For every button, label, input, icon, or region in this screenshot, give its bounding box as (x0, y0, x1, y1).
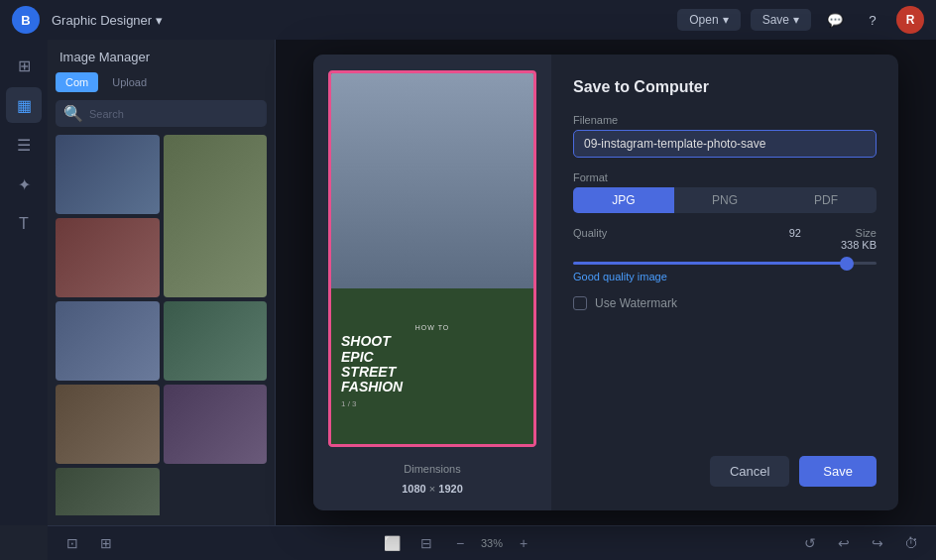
app-title: Graphic Designer ▾ (52, 13, 163, 28)
modal-preview: HOW TO SHOOT EPIC STREET FASHION 1 / 3 (313, 55, 551, 510)
save-button[interactable]: Save ▾ (751, 9, 811, 31)
filename-label: Filename (573, 114, 877, 126)
quality-section: Quality 92 Size 338 KB Good quality imag… (573, 227, 877, 282)
sidebar-item-images[interactable]: ▦ (6, 87, 42, 123)
zoom-out-icon-button[interactable]: − (447, 530, 473, 556)
list-item[interactable] (164, 301, 268, 381)
list-item[interactable] (164, 135, 268, 297)
quality-label: Quality (573, 227, 607, 239)
search-icon: 🔍 (63, 104, 83, 123)
redo-icon-button[interactable]: ↪ (865, 530, 890, 556)
grid-icon-button[interactable]: ⊞ (93, 530, 119, 556)
zoom-level: 33% (481, 537, 503, 549)
quality-size-row: Quality 92 Size 338 KB (573, 227, 877, 251)
watermark-row: Use Watermark (573, 296, 877, 310)
cancel-button[interactable]: Cancel (710, 456, 789, 487)
size-col: Size 338 KB (817, 227, 877, 251)
search-input[interactable] (89, 108, 259, 120)
tab-upload[interactable]: Upload (102, 72, 157, 92)
format-png-button[interactable]: PNG (674, 187, 775, 213)
tab-computer[interactable]: Com (56, 72, 98, 92)
preview-photo-top (331, 73, 533, 295)
preview-card-inner: HOW TO SHOOT EPIC STREET FASHION 1 / 3 (331, 73, 533, 444)
bottom-center-tools: ⬜ ⊟ − 33% + (380, 530, 536, 556)
topbar-actions: Open ▾ Save ▾ 💬 ? R (677, 6, 924, 34)
modal-title: Save to Computer (573, 78, 877, 96)
save-to-computer-modal: HOW TO SHOOT EPIC STREET FASHION 1 / 3 (313, 55, 898, 510)
format-label: Format (573, 171, 877, 183)
quality-col: Quality 92 (573, 227, 801, 239)
app-logo: B (12, 6, 40, 34)
modal-controls: Save to Computer Filename Format JPG PNG… (551, 55, 898, 510)
preview-howto: HOW TO (341, 324, 524, 331)
filename-section: Filename (573, 114, 877, 158)
filename-input[interactable] (573, 130, 877, 158)
dimensions-value: 1080 × 1920 (402, 483, 463, 495)
list-item[interactable] (164, 385, 268, 464)
help-icon-button[interactable]: ? (859, 6, 886, 34)
dimensions-label: Dimensions (404, 463, 460, 475)
list-item[interactable] (56, 301, 160, 381)
quality-slider[interactable] (573, 262, 877, 265)
zoom-in-icon-button[interactable]: + (511, 530, 536, 556)
format-pdf-button[interactable]: PDF (775, 187, 877, 213)
quality-hint: Good quality image (573, 271, 877, 282)
list-item[interactable] (56, 385, 160, 464)
bottom-right-tools: ↺ ↩ ↪ ⏱ (797, 530, 924, 556)
panel-title: Image Manager (56, 50, 267, 64)
open-button[interactable]: Open ▾ (677, 9, 740, 31)
refresh-icon-button[interactable]: ↺ (797, 530, 823, 556)
list-item[interactable] (56, 468, 160, 515)
bottom-left-tools: ⊡ ⊞ (59, 530, 119, 556)
format-group: JPG PNG PDF (573, 187, 877, 213)
preview-card: HOW TO SHOOT EPIC STREET FASHION 1 / 3 (328, 70, 536, 447)
history-icon-button[interactable]: ⏱ (898, 530, 924, 556)
bottom-toolbar: ⊡ ⊞ ⬜ ⊟ − 33% + ↺ ↩ ↪ ⏱ (48, 525, 936, 560)
comment-icon-button[interactable]: 💬 (821, 6, 849, 34)
size-label: Size (817, 227, 877, 239)
panel-tabs: Com Upload (56, 72, 267, 92)
quality-value: 92 (789, 227, 801, 239)
modal-overlay: HOW TO SHOOT EPIC STREET FASHION 1 / 3 (276, 40, 936, 525)
copy-icon-button[interactable]: ⊟ (413, 530, 439, 556)
watermark-label: Use Watermark (595, 296, 677, 310)
save-action-button[interactable]: Save (799, 456, 877, 487)
modal-footer: Cancel Save (573, 440, 877, 487)
preview-shoot-text: SHOOT EPIC STREET FASHION (341, 334, 524, 395)
sidebar-item-layers[interactable]: ☰ (6, 127, 42, 163)
avatar[interactable]: R (896, 6, 924, 34)
image-grid (56, 135, 267, 515)
sidebar-item-text[interactable]: T (6, 206, 42, 242)
list-item[interactable] (56, 135, 160, 214)
format-section: Format JPG PNG PDF (573, 171, 877, 213)
watermark-checkbox[interactable] (573, 296, 587, 310)
sidebar-item-home[interactable]: ⊞ (6, 48, 42, 83)
frame-icon-button[interactable]: ⬜ (380, 530, 406, 556)
layers-icon-button[interactable]: ⊡ (59, 530, 85, 556)
preview-text-block: HOW TO SHOOT EPIC STREET FASHION 1 / 3 (331, 288, 533, 444)
preview-counter: 1 / 3 (341, 399, 524, 408)
left-sidebar: ⊞ ▦ ☰ ✦ T (0, 40, 48, 525)
list-item[interactable] (56, 218, 160, 297)
size-value: 338 KB (817, 239, 877, 251)
canvas-area: HOW TO SHOOT EPIC STREET FASHION 1 / 3 (276, 40, 936, 525)
image-manager-panel: Image Manager Com Upload 🔍 (48, 40, 276, 525)
topbar: B Graphic Designer ▾ Open ▾ Save ▾ 💬 ? R (0, 0, 936, 40)
format-jpg-button[interactable]: JPG (573, 187, 674, 213)
main-area: Image Manager Com Upload 🔍 (48, 40, 936, 525)
sidebar-item-elements[interactable]: ✦ (6, 167, 42, 202)
search-bar: 🔍 (56, 100, 267, 127)
undo-icon-button[interactable]: ↩ (831, 530, 857, 556)
